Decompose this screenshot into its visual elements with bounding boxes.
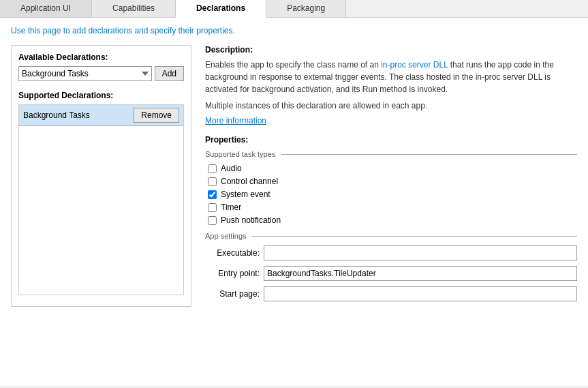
- properties-title: Properties:: [205, 135, 577, 145]
- checkbox-system-event[interactable]: [208, 190, 217, 199]
- right-panel: Description: Enables the app to specify …: [205, 45, 577, 307]
- page-description: Use this page to add declarations and sp…: [11, 26, 577, 35]
- checkbox-timer-row: Timer: [205, 203, 577, 212]
- checkbox-timer-label: Timer: [221, 203, 241, 212]
- checkbox-control-channel-row: Control channel: [205, 177, 577, 186]
- tab-bar: Application UI Capabilities Declarations…: [0, 0, 588, 18]
- available-declarations-select[interactable]: Background Tasks: [18, 66, 152, 81]
- start-page-label: Start page:: [205, 289, 260, 299]
- divider-line: [281, 154, 577, 155]
- checkbox-audio[interactable]: [208, 164, 217, 173]
- description-text-2: Multiple instances of this declaration a…: [205, 100, 577, 112]
- tab-application-ui[interactable]: Application UI: [0, 0, 92, 17]
- checkbox-timer[interactable]: [208, 203, 217, 212]
- start-page-row: Start page:: [205, 286, 577, 301]
- tab-packaging[interactable]: Packaging: [266, 0, 346, 17]
- app-settings-divider: App settings: [205, 232, 577, 240]
- tab-capabilities[interactable]: Capabilities: [92, 0, 176, 17]
- remove-button[interactable]: Remove: [134, 108, 179, 123]
- checkbox-audio-row: Audio: [205, 164, 577, 173]
- entry-point-row: Entry point:: [205, 266, 577, 281]
- more-information-link[interactable]: More information: [205, 116, 266, 125]
- highlight-text: in-proc server DLL: [381, 60, 448, 70]
- description-text: Enables the app to specify the class nam…: [205, 59, 577, 95]
- main-content: Use this page to add declarations and sp…: [0, 18, 588, 386]
- left-panel: Available Declarations: Background Tasks…: [11, 45, 191, 307]
- checkbox-system-event-row: System event: [205, 190, 577, 199]
- start-page-input[interactable]: [264, 286, 577, 301]
- entry-point-label: Entry point:: [205, 269, 260, 278]
- app-settings-label: App settings: [205, 232, 252, 240]
- checkbox-push-notification-row: Push notification: [205, 215, 577, 225]
- tab-declarations[interactable]: Declarations: [176, 0, 266, 18]
- checkbox-push-notification-label: Push notification: [221, 215, 281, 225]
- executable-row: Executable:: [205, 245, 577, 260]
- declaration-item-label: Background Tasks: [23, 110, 90, 120]
- list-item[interactable]: Background Tasks Remove: [19, 105, 183, 126]
- available-declarations-label: Available Declarations:: [18, 53, 184, 62]
- supported-declarations-list: Background Tasks Remove: [18, 104, 184, 295]
- app-settings-divider-line: [252, 236, 577, 237]
- supported-declarations-label: Supported Declarations:: [18, 91, 184, 100]
- checkbox-system-event-label: System event: [221, 190, 270, 199]
- checkbox-push-notification[interactable]: [208, 216, 217, 225]
- description-title: Description:: [205, 45, 577, 55]
- executable-label: Executable:: [205, 248, 260, 258]
- checkbox-audio-label: Audio: [221, 164, 242, 173]
- entry-point-input[interactable]: [264, 266, 577, 281]
- two-column-layout: Available Declarations: Background Tasks…: [11, 45, 577, 307]
- dropdown-row: Background Tasks Add: [18, 66, 184, 81]
- task-types-label: Supported task types: [205, 150, 281, 158]
- add-button[interactable]: Add: [155, 66, 184, 81]
- executable-input[interactable]: [264, 245, 577, 260]
- checkbox-control-channel[interactable]: [208, 177, 217, 186]
- checkbox-control-channel-label: Control channel: [221, 177, 278, 186]
- task-types-divider: Supported task types: [205, 150, 577, 158]
